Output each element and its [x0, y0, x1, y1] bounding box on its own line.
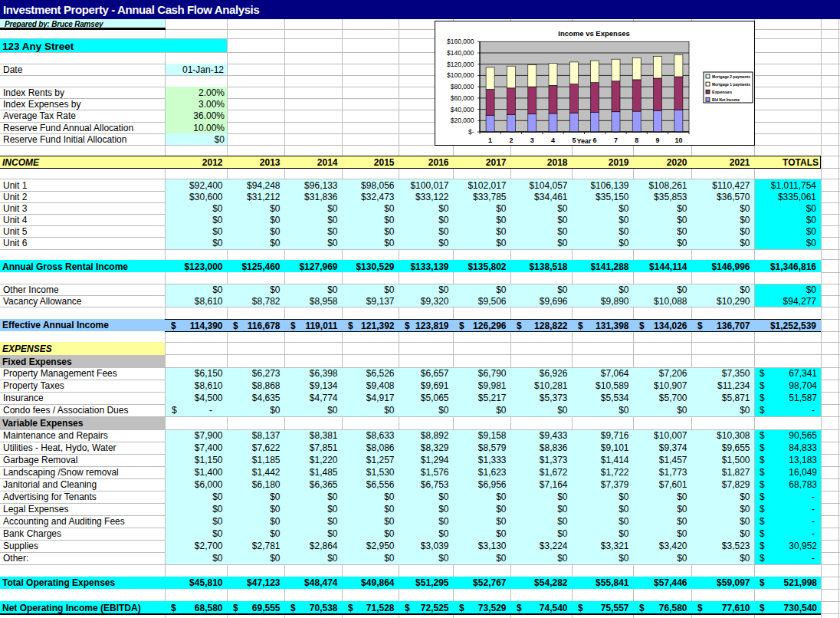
svg-text:3: 3 — [530, 136, 534, 144]
svg-text:4: 4 — [551, 136, 555, 144]
svg-text:Year: Year — [576, 137, 592, 145]
svg-text:Mortgage 2 payments: Mortgage 2 payments — [712, 74, 751, 79]
svg-text:2: 2 — [509, 136, 513, 144]
svg-text:$160,000: $160,000 — [447, 38, 474, 45]
svg-text:5: 5 — [572, 136, 576, 144]
svg-text:$100,000: $100,000 — [447, 71, 474, 79]
svg-text:10: 10 — [674, 136, 682, 144]
svg-text:$80,000: $80,000 — [451, 83, 474, 90]
svg-text:$40,000: $40,000 — [451, 106, 474, 113]
svg-text:Bld Net Income: Bld Net Income — [712, 97, 740, 102]
svg-text:7: 7 — [614, 136, 618, 144]
svg-text:6: 6 — [593, 136, 597, 144]
svg-text:9: 9 — [655, 136, 659, 144]
svg-text:$20,000: $20,000 — [451, 117, 474, 124]
svg-text:$140,000: $140,000 — [447, 49, 474, 57]
svg-text:Expenses: Expenses — [712, 90, 733, 94]
svg-text:$60,000: $60,000 — [451, 94, 474, 102]
svg-text:Income vs Expenses: Income vs Expenses — [558, 29, 629, 38]
svg-text:$-: $- — [468, 128, 474, 136]
svg-text:Mortgage 1 payments: Mortgage 1 payments — [712, 82, 751, 87]
svg-text:1: 1 — [488, 136, 492, 144]
svg-text:8: 8 — [635, 136, 638, 144]
svg-text:$120,000: $120,000 — [447, 61, 474, 68]
